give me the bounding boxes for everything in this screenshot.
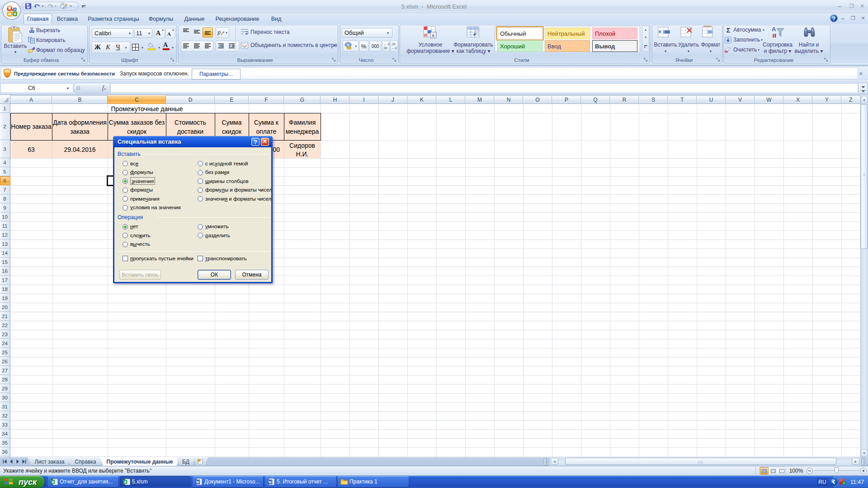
svg-text:,00: ,00 [391,42,396,46]
svg-text:X: X [52,480,54,484]
svg-text:,00: ,00 [383,47,387,50]
svg-text:←.0: ←.0 [384,42,390,46]
svg-text:W: W [196,480,200,484]
svg-text:А: А [772,26,776,33]
svg-text:≤: ≤ [432,33,434,38]
svg-text:→,0: →,0 [391,47,397,50]
svg-text:?: ? [832,16,835,21]
svg-text:W: W [268,480,272,484]
svg-text:Я: Я [772,32,777,39]
svg-text:X: X [124,480,127,484]
